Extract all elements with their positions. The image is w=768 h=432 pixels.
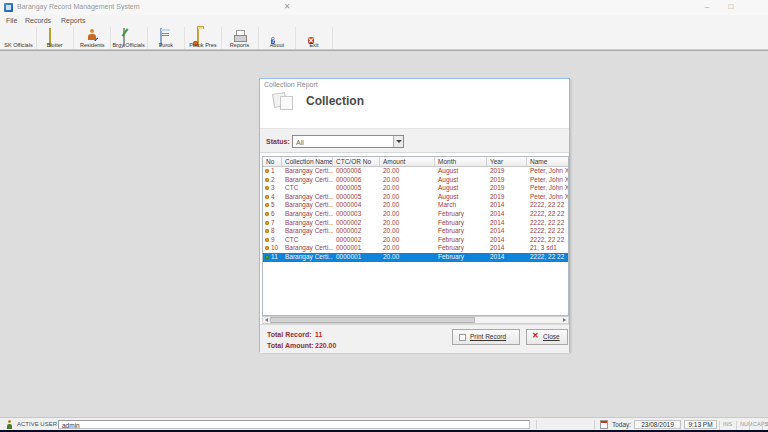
cell-amount: 20.00: [380, 167, 435, 176]
cell-amount: 20.00: [380, 193, 435, 202]
col-orno[interactable]: CTC/OR No: [333, 157, 380, 167]
toolbar-residents-button[interactable]: Residents: [74, 27, 111, 49]
cell-collection-name: Barangay Certi...: [282, 201, 333, 210]
cell-no: 2: [263, 176, 282, 185]
record-bullet-icon: [265, 186, 269, 190]
table-body: 1Barangay Certi...000000620.00August2019…: [263, 167, 568, 262]
cell-month: February: [435, 244, 487, 253]
cell-month: February: [435, 210, 487, 219]
scrollbar-thumb[interactable]: [270, 317, 475, 323]
record-bullet-icon: [265, 255, 269, 259]
cell-month: August: [435, 193, 487, 202]
cell-amount: 20.00: [380, 227, 435, 236]
table-row[interactable]: 11Barangay Certi...000000120.00February2…: [263, 253, 568, 262]
scrl-indicator: SCRL: [762, 421, 768, 430]
table-row[interactable]: 6Barangay Certi...000000320.00February20…: [263, 210, 568, 219]
cell-year: 2014: [487, 253, 527, 262]
horizontal-scrollbar[interactable]: [262, 316, 569, 324]
maximize-button[interactable]: □: [720, 0, 742, 14]
title-bar: Barangay Record Management System – □ ✕: [0, 0, 768, 15]
col-collection[interactable]: Collection Name: [282, 157, 333, 167]
cell-year: 2014: [487, 244, 527, 253]
cell-year: 2014: [487, 201, 527, 210]
menu-file[interactable]: File: [3, 16, 20, 25]
cell-no: 8: [263, 227, 282, 236]
cell-collection-name: Barangay Certi...: [282, 227, 333, 236]
cell-collection-name: Barangay Certi...: [282, 167, 333, 176]
toolbar-about-button[interactable]: ? About: [259, 27, 296, 49]
table-row[interactable]: 9CTC000000220.00February20142222, 22 22: [263, 236, 568, 245]
cell-month: March: [435, 201, 487, 210]
cell-name: Peter, John Xa: [527, 167, 569, 176]
minimize-button[interactable]: –: [696, 0, 718, 14]
scroll-left-icon[interactable]: [263, 317, 270, 323]
table-row[interactable]: 1Barangay Certi...000000620.00August2019…: [263, 167, 568, 176]
scroll-right-icon[interactable]: [561, 317, 568, 323]
col-name[interactable]: Name: [527, 157, 569, 167]
status-combobox[interactable]: All: [292, 135, 404, 148]
close-window-button[interactable]: ✕: [266, 0, 308, 14]
cell-year: 2014: [487, 227, 527, 236]
record-bullet-icon: [265, 195, 269, 199]
cell-collection-name: CTC: [282, 184, 333, 193]
cell-or-no: 0000002: [333, 236, 380, 245]
active-user-value: admin: [62, 422, 80, 429]
cell-no: 1: [263, 167, 282, 176]
status-bar: ACTIVE USER : admin Today: 23/08/2019 9:…: [0, 417, 768, 430]
cell-amount: 20.00: [380, 210, 435, 219]
toolbar-reports-button[interactable]: Reports: [222, 27, 259, 49]
table-row[interactable]: 5Barangay Certi...000000420.00March20142…: [263, 201, 568, 210]
time-value: 9:13 PM: [684, 420, 717, 429]
cell-collection-name: Barangay Certi...: [282, 244, 333, 253]
menu-records[interactable]: Records: [22, 16, 54, 25]
toolbar-blotter-button[interactable]: Blotter: [37, 27, 74, 49]
record-bullet-icon: [265, 178, 269, 182]
table-row[interactable]: 4Barangay Certi...000000520.00August2019…: [263, 193, 568, 202]
cell-or-no: 0000006: [333, 167, 380, 176]
total-amount-label: Total Amount:: [267, 342, 314, 349]
chevron-down-icon[interactable]: [393, 136, 403, 147]
cell-no: 5: [263, 201, 282, 210]
cell-no: 10: [263, 244, 282, 253]
table-row[interactable]: 2Barangay Certi...000000620.00August2019…: [263, 176, 568, 185]
close-button[interactable]: ✕ Close: [526, 329, 568, 345]
cell-or-no: 0000001: [333, 253, 380, 262]
toolbar-purok-button[interactable]: Purok: [148, 27, 185, 49]
cell-name: 2222, 22 22: [527, 227, 569, 236]
total-amount-value: 220.00: [315, 342, 336, 349]
cell-or-no: 0000004: [333, 201, 380, 210]
cell-month: February: [435, 236, 487, 245]
toolbar-purok-pres-button[interactable]: Purok Pres: [185, 27, 222, 49]
print-icon: [459, 334, 466, 341]
total-record-label: Total Record:: [267, 331, 312, 338]
cell-month: August: [435, 176, 487, 185]
table-row[interactable]: 3CTC000000520.00August2019Peter, John Xa: [263, 184, 568, 193]
toolbar: SK Officials Blotter Residents Brgy Offi…: [0, 27, 768, 50]
col-month[interactable]: Month: [435, 157, 487, 167]
cell-amount: 20.00: [380, 184, 435, 193]
print-record-button[interactable]: Print Record: [452, 329, 520, 345]
menu-reports[interactable]: Reports: [58, 16, 89, 25]
calendar-icon: [600, 420, 608, 429]
cell-or-no: 0000003: [333, 210, 380, 219]
col-no[interactable]: No: [263, 157, 282, 167]
toolbar-sk-officials-button[interactable]: SK Officials: [0, 27, 37, 49]
today-label: Today:: [612, 421, 631, 428]
record-bullet-icon: [265, 169, 269, 173]
toolbar-exit-button[interactable]: ✕ Exit: [296, 27, 333, 49]
cell-name: 2222, 22 22: [527, 236, 569, 245]
col-amount[interactable]: Amount: [380, 157, 435, 167]
dialog-heading: Collection: [306, 94, 364, 108]
toolbar-brgy-officials-button[interactable]: Brgy Officials: [111, 27, 148, 49]
record-bullet-icon: [265, 238, 269, 242]
table-header: No Collection Name CTC/OR No Amount Mont…: [263, 157, 568, 167]
table-row[interactable]: 8Barangay Certi...000000220.00February20…: [263, 227, 568, 236]
user-icon: [6, 420, 13, 429]
active-user-box: admin: [58, 420, 530, 429]
cell-year: 2019: [487, 193, 527, 202]
app-window: Barangay Record Management System – □ ✕ …: [0, 0, 768, 432]
col-year[interactable]: Year: [487, 157, 527, 167]
table-row[interactable]: 7Barangay Certi...000000220.00February20…: [263, 219, 568, 228]
table-row[interactable]: 10Barangay Certi...000000120.00February2…: [263, 244, 568, 253]
cell-name: 2222, 22 22: [527, 210, 569, 219]
